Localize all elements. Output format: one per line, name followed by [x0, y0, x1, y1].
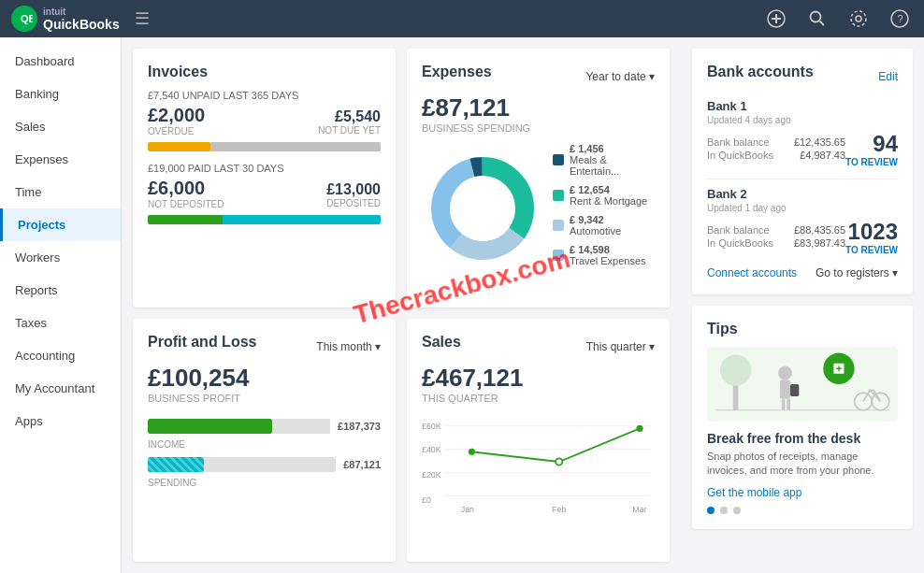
svg-rect-37	[790, 384, 799, 396]
income-bar-row: £187,373	[148, 419, 381, 434]
svg-point-5	[811, 12, 821, 22]
bank1-name: Bank 1	[707, 99, 898, 113]
sidebar-item-my-accountant[interactable]: My Accountant	[0, 372, 121, 405]
overdue-progress-bar	[148, 142, 381, 151]
sidebar-item-accounting[interactable]: Accounting	[0, 339, 121, 372]
expenses-title: Expenses	[422, 64, 492, 80]
bank2-bank-balance-label: Bank balance	[707, 224, 770, 236]
add-button[interactable]	[763, 6, 789, 32]
connect-accounts-button[interactable]: Connect accounts	[707, 266, 797, 279]
bank2-updated: Updated 1 day ago	[707, 203, 898, 213]
sidebar-item-reports[interactable]: Reports	[0, 274, 121, 307]
tips-illustration	[707, 347, 898, 422]
get-mobile-app-link[interactable]: Get the mobile app	[707, 486, 898, 499]
hamburger-button[interactable]: ☰	[135, 8, 150, 29]
tips-title: Tips	[707, 321, 898, 337]
bank2-review-label: TO REVIEW	[845, 245, 898, 255]
svg-text:£60K: £60K	[422, 422, 441, 431]
paid-label: £19,000 PAID LAST 30 DAYS	[148, 163, 381, 174]
tip-title: Break free from the desk	[707, 431, 898, 446]
bank-edit-button[interactable]: Edit	[878, 70, 898, 83]
expenses-body: £ 1,456Meals & Entertain... £ 12,654Rent…	[422, 143, 655, 274]
legend-item-2: £ 12,654Rent & Mortgage	[553, 184, 655, 207]
sidebar-item-workers[interactable]: Workers	[0, 241, 121, 274]
bank1-review-section[interactable]: 94 TO REVIEW	[845, 131, 898, 167]
logo: QB intuit QuickBooks	[11, 6, 120, 32]
bank2-balances: Bank balance £88,435.65 In QuickBooks £8…	[707, 219, 898, 255]
svg-text:Mar: Mar	[632, 505, 646, 514]
sidebar-item-projects[interactable]: Projects	[0, 208, 121, 241]
svg-text:Feb: Feb	[552, 505, 566, 514]
go-to-registers-button[interactable]: Go to registers ▾	[816, 266, 898, 279]
tips-card: Tips	[692, 306, 913, 529]
bank2-bank-balance-value: £88,435.65	[794, 224, 845, 236]
main-layout: DashboardBankingSalesExpensesTimeProject…	[0, 37, 924, 573]
sales-header: Sales This quarter ▾	[422, 334, 655, 360]
svg-point-7	[856, 16, 861, 21]
sidebar-item-sales[interactable]: Sales	[0, 110, 121, 143]
tips-dot-3[interactable]	[733, 507, 741, 514]
income-label: INCOME	[148, 439, 381, 450]
not-deposited-label: NOT DEPOSITED	[148, 199, 224, 209]
pl-filter[interactable]: This month ▾	[316, 340, 381, 353]
tips-dot-1[interactable]	[707, 507, 715, 514]
spending-value: £87,121	[343, 459, 381, 470]
svg-point-42	[855, 393, 873, 410]
sidebar-item-banking[interactable]: Banking	[0, 78, 121, 110]
deposited-label: DEPOSITED	[326, 198, 381, 208]
not-due-amount: £5,540	[318, 108, 381, 125]
expenses-filter[interactable]: Year to date ▾	[585, 70, 655, 83]
svg-text:?: ?	[898, 13, 903, 24]
help-button[interactable]: ?	[887, 6, 913, 32]
svg-text:QB: QB	[21, 13, 33, 24]
sales-chart-container: £60K £40K £20K £0	[422, 413, 655, 528]
bank2-review-section[interactable]: 1023 TO REVIEW	[845, 219, 898, 255]
svg-text:£0: £0	[422, 495, 431, 505]
overdue-amount: £2,000	[148, 105, 205, 126]
svg-point-33	[778, 366, 792, 380]
sidebar-item-time[interactable]: Time	[0, 176, 121, 208]
bank1-review-label: TO REVIEW	[845, 157, 898, 167]
svg-rect-36	[787, 399, 790, 410]
sidebar-item-apps[interactable]: Apps	[0, 405, 121, 437]
sales-title: Sales	[422, 334, 461, 351]
sales-sublabel: THIS QUARTER	[422, 393, 655, 404]
spending-label: SPENDING	[148, 478, 381, 488]
not-due-label: NOT DUE YET	[318, 125, 381, 136]
expenses-sublabel: BUSINESS SPENDING	[422, 122, 655, 134]
bank-accounts-card: Bank accounts Edit Bank 1 Updated 4 days…	[692, 49, 913, 294]
bank1-qb-balance-row: In QuickBooks £4,987.43	[707, 150, 845, 161]
bank1-qb-balance-label: In QuickBooks	[707, 150, 773, 161]
sidebar-item-dashboard[interactable]: Dashboard	[0, 45, 121, 78]
bank1-balances: Bank balance £12,435.65 In QuickBooks £4…	[707, 131, 898, 167]
bank1-balance-rows: Bank balance £12,435.65 In QuickBooks £4…	[707, 136, 845, 163]
sidebar-item-expenses[interactable]: Expenses	[0, 143, 121, 176]
expenses-legend: £ 1,456Meals & Entertain... £ 12,654Rent…	[553, 143, 655, 274]
pl-sublabel: BUSINESS PROFIT	[148, 393, 381, 404]
search-button[interactable]	[804, 6, 830, 32]
tips-dots	[707, 507, 898, 514]
svg-point-32	[720, 354, 751, 385]
pl-bars: £187,373 INCOME £87,121 SPENDING	[148, 419, 381, 488]
sales-filter[interactable]: This quarter ▾	[586, 340, 655, 353]
svg-text:Jan: Jan	[461, 505, 474, 514]
deposited-amount: £13,000	[326, 181, 381, 198]
settings-button[interactable]	[845, 6, 872, 32]
sidebar-item-taxes[interactable]: Taxes	[0, 307, 121, 339]
qb-logo-icon: QB	[11, 6, 37, 32]
bank2-qb-balance-label: In QuickBooks	[707, 237, 773, 249]
tip-desc: Snap photos of receipts, manage invoices…	[707, 450, 898, 479]
svg-rect-35	[782, 399, 786, 410]
app-name: QuickBooks	[43, 17, 120, 32]
top-nav-icons: ?	[763, 6, 913, 32]
invoices-paid-section: £19,000 PAID LAST 30 DAYS £6,000 NOT DEP…	[148, 163, 381, 224]
tips-dot-2[interactable]	[720, 507, 728, 514]
bank1-bank-balance-value: £12,435.65	[794, 136, 845, 148]
expenses-donut-chart	[422, 148, 543, 269]
top-nav: QB intuit QuickBooks ☰ ?	[0, 0, 924, 37]
sales-line-chart: £60K £40K £20K £0	[422, 413, 655, 525]
bank-item-2: Bank 2 Updated 1 day ago Bank balance £8…	[707, 187, 898, 255]
legend-item-1: £ 1,456Meals & Entertain...	[553, 143, 655, 177]
sales-card: Sales This quarter ▾ £467,121 THIS QUART…	[407, 319, 670, 562]
bank2-qb-balance-value: £83,987.43	[794, 237, 845, 249]
